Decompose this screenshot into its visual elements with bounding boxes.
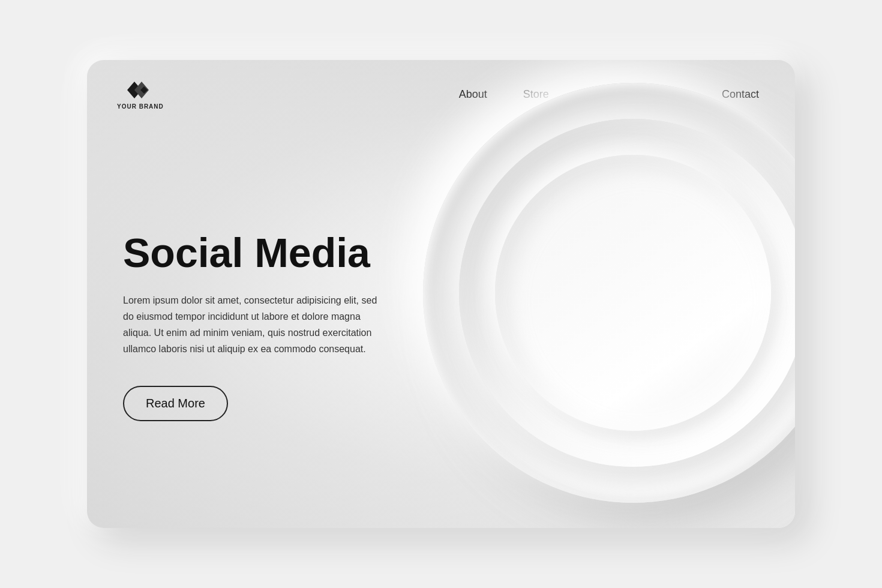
page-content: YOUR BRAND About Store Products Help Con… [87,60,795,528]
hero-description: Lorem ipsum dolor sit amet, consectetur … [123,292,387,358]
read-more-button[interactable]: Read More [123,386,228,421]
hero-text-block: Social Media Lorem ipsum dolor sit amet,… [123,206,387,422]
circle-inner [495,155,771,431]
logo-area[interactable]: YOUR BRAND [117,79,164,110]
circle-outer [423,83,795,503]
page-container: YOUR BRAND About Store Products Help Con… [87,60,795,528]
hero-title: Social Media [123,230,387,275]
circle-middle [459,119,795,467]
logo-icon [127,79,154,101]
hero-section: Social Media Lorem ipsum dolor sit amet,… [87,110,795,518]
hero-circle-decoration [423,83,795,503]
brand-name: YOUR BRAND [117,103,164,110]
